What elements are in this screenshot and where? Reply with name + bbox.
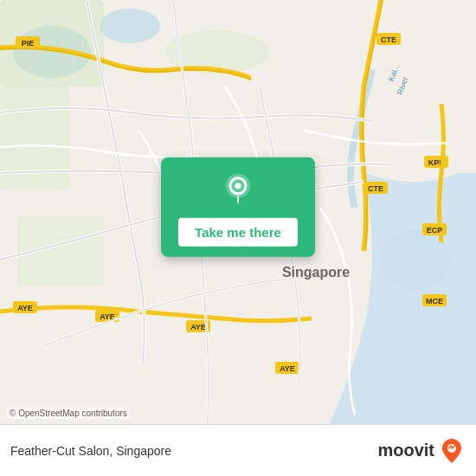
take-me-there-button[interactable]: Take me there [178, 218, 298, 247]
svg-text:AYE: AYE [280, 364, 295, 373]
svg-text:CTE: CTE [381, 35, 396, 44]
svg-text:MCE: MCE [426, 297, 443, 306]
map-container: PIE CTE CTE CTE KPE AYE AYE AYE AYE ECP [0, 0, 476, 424]
moovit-icon [438, 437, 466, 465]
svg-text:AYE: AYE [190, 323, 206, 331]
moovit-logo: moovit [377, 437, 466, 465]
bottom-bar: Feather-Cut Salon, Singapore moovit [0, 424, 476, 476]
map-copyright: © OpenStreetMap contributors [7, 408, 130, 419]
moovit-logo-text: moovit [377, 441, 434, 460]
svg-point-2 [100, 9, 160, 43]
svg-text:CTE: CTE [368, 184, 383, 193]
location-label: Feather-Cut Salon, Singapore [10, 444, 171, 458]
svg-text:Singapore: Singapore [282, 265, 350, 280]
svg-text:ECP: ECP [427, 226, 443, 235]
location-card: Take me there [161, 158, 315, 257]
svg-point-35 [235, 183, 241, 189]
location-pin-icon [219, 171, 257, 209]
svg-text:AYE: AYE [17, 304, 33, 312]
svg-rect-4 [0, 87, 69, 190]
svg-text:PIE: PIE [22, 39, 35, 48]
